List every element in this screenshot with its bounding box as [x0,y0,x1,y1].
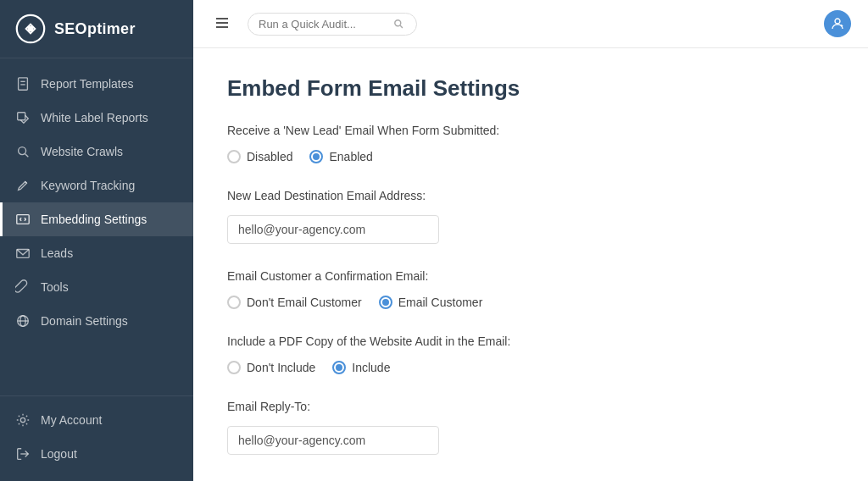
radio-disabled-circle [227,150,241,163]
sidebar-item-website-crawls[interactable]: Website Crawls [0,135,193,169]
content-area: Embed Form Email Settings Receive a 'New… [193,48,868,481]
radio-dont-include[interactable]: Don't Include [227,361,315,374]
radio-enabled-label: Enabled [329,150,372,163]
menu-button[interactable] [210,11,234,37]
page-title: Embed Form Email Settings [227,75,834,102]
svg-point-17 [20,417,25,422]
reply-to-input[interactable] [227,426,439,455]
svg-point-22 [395,20,401,26]
sidebar-bottom: My Account Logout [0,395,193,481]
nav-label-website-crawls: Website Crawls [41,145,123,158]
user-icon [830,16,845,31]
svg-point-24 [835,19,840,24]
new-lead-email-section: Receive a 'New Lead' Email When Form Sub… [227,122,834,163]
search-bar[interactable] [248,13,417,36]
nav-label-report-templates: Report Templates [41,77,133,91]
radio-dont-email-circle [227,296,241,309]
settings-icon [15,412,31,428]
nav-label-logout: Logout [41,447,77,461]
radio-disabled[interactable]: Disabled [227,150,292,163]
new-lead-email-label: Receive a 'New Lead' Email When Form Sub… [227,122,834,140]
sidebar-item-keyword-tracking[interactable]: Keyword Tracking [0,169,193,202]
logout-icon [15,446,31,462]
nav-menu: Report Templates White Label Reports Web… [0,58,193,395]
radio-enabled[interactable]: Enabled [309,150,372,163]
svg-rect-8 [17,215,29,224]
sidebar-item-leads[interactable]: Leads [0,236,193,270]
radio-dont-email-label: Don't Email Customer [247,296,362,309]
radio-email-customer-circle [379,296,392,309]
logo-area: SEOptimer [0,0,193,58]
sidebar: SEOptimer Report Templates White Label R… [0,0,193,481]
destination-email-input[interactable] [227,215,439,244]
sidebar-item-embedding-settings[interactable]: Embedding Settings [0,202,193,236]
search-icon [15,144,31,159]
nav-label-leads: Leads [41,246,73,260]
search-input[interactable] [259,18,386,30]
radio-dont-include-circle [227,361,241,374]
svg-point-1 [27,25,33,31]
radio-dont-include-label: Don't Include [247,361,315,374]
radio-include[interactable]: Include [332,361,390,374]
edit-icon [15,178,31,193]
nav-label-my-account: My Account [41,413,102,427]
radio-enabled-circle [309,150,323,163]
sidebar-item-logout[interactable]: Logout [0,437,193,471]
pdf-copy-section: Include a PDF Copy of the Website Audit … [227,333,834,374]
logo-icon [15,14,46,44]
mail-icon [15,246,31,261]
radio-dont-email[interactable]: Don't Email Customer [227,296,362,309]
radio-email-customer[interactable]: Email Customer [379,296,483,309]
radio-email-customer-label: Email Customer [398,296,483,309]
reply-to-label: Email Reply-To: [227,398,834,416]
customer-email-section: Email Customer a Confirmation Email: Don… [227,268,834,309]
nav-label-domain-settings: Domain Settings [41,314,128,328]
tools-icon [15,279,31,295]
topbar [193,0,868,48]
search-icon [392,18,404,30]
svg-line-10 [19,219,21,221]
svg-rect-2 [19,78,28,90]
pdf-copy-radio-group: Don't Include Include [227,361,834,374]
app-name: SEOptimer [54,20,136,38]
radio-include-label: Include [352,361,390,374]
main-area: Embed Form Email Settings Receive a 'New… [193,0,868,481]
pdf-copy-label: Include a PDF Copy of the Website Audit … [227,333,834,351]
sidebar-item-white-label-reports[interactable]: White Label Reports [0,101,193,135]
destination-email-section: New Lead Destination Email Address: [227,187,834,244]
new-lead-email-radio-group: Disabled Enabled [227,150,834,163]
svg-point-6 [19,147,26,155]
reply-to-section: Email Reply-To: [227,398,834,455]
svg-rect-5 [18,113,25,120]
sidebar-item-report-templates[interactable]: Report Templates [0,67,193,101]
embed-icon [15,212,31,227]
globe-icon [15,313,31,329]
sidebar-item-domain-settings[interactable]: Domain Settings [0,304,193,338]
svg-line-12 [25,219,26,221]
file-icon [15,76,31,91]
nav-label-keyword-tracking: Keyword Tracking [41,179,135,192]
destination-email-label: New Lead Destination Email Address: [227,187,834,205]
sidebar-item-my-account[interactable]: My Account [0,403,193,437]
nav-label-white-label-reports: White Label Reports [41,111,148,124]
user-avatar[interactable] [824,10,851,37]
nav-label-tools: Tools [41,280,69,294]
customer-email-radio-group: Don't Email Customer Email Customer [227,296,834,309]
radio-include-circle [332,361,346,374]
tag-icon [15,110,31,125]
customer-email-label: Email Customer a Confirmation Email: [227,268,834,285]
hamburger-icon [214,14,231,31]
svg-line-7 [25,154,29,158]
radio-disabled-label: Disabled [247,150,292,163]
sidebar-item-tools[interactable]: Tools [0,270,193,304]
nav-label-embedding-settings: Embedding Settings [41,213,147,226]
svg-line-23 [400,25,403,28]
